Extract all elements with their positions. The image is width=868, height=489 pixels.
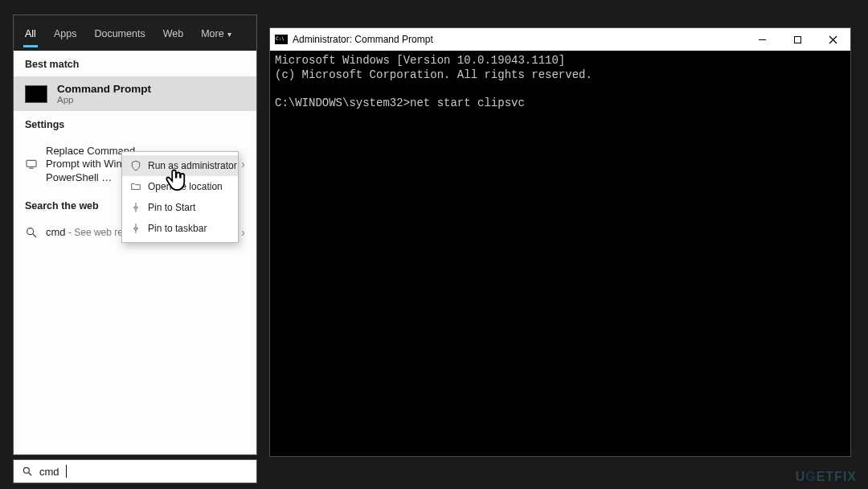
search-tabs: All Apps Documents Web More▾: [14, 15, 256, 51]
ctx-pin-start[interactable]: Pin to Start: [122, 197, 238, 218]
search-icon: [25, 226, 38, 239]
terminal-command: net start clipsvc: [410, 97, 525, 109]
close-button[interactable]: [815, 28, 850, 51]
terminal-line: (c) Microsoft Corporation. All rights re…: [275, 68, 592, 81]
chevron-right-icon: ›: [241, 158, 245, 171]
best-match-subtitle: App: [57, 95, 151, 105]
watermark: UGETFIX: [796, 470, 857, 484]
taskbar-search-box[interactable]: cmd: [13, 459, 257, 483]
folder-icon: [130, 181, 141, 192]
terminal-line: Microsoft Windows [Version 10.0.19043.11…: [275, 54, 565, 67]
best-match-command-prompt[interactable]: Command Prompt App: [14, 76, 256, 111]
text-caret: [66, 465, 67, 478]
terminal-output[interactable]: Microsoft Windows [Version 10.0.19043.11…: [270, 51, 850, 456]
maximize-icon: [793, 35, 802, 44]
ctx-label: Pin to Start: [148, 202, 195, 213]
windows-search-panel: All Apps Documents Web More▾ Best match …: [13, 14, 257, 455]
close-icon: [829, 35, 837, 44]
minimize-icon: [758, 35, 767, 44]
ctx-pin-taskbar[interactable]: Pin to taskbar: [122, 218, 238, 239]
chevron-right-icon: ›: [241, 226, 245, 239]
cmd-window-icon: [275, 35, 288, 44]
maximize-button[interactable]: [780, 28, 815, 51]
settings-icon: [25, 158, 38, 171]
tab-web[interactable]: Web: [155, 18, 191, 47]
svg-line-3: [33, 234, 36, 237]
pin-icon: [130, 223, 141, 234]
shield-icon: [130, 160, 141, 171]
terminal-prompt: C:\WINDOWS\system32>: [275, 97, 410, 109]
svg-point-4: [23, 467, 29, 473]
section-best-match: Best match: [14, 51, 256, 76]
svg-line-5: [29, 473, 32, 476]
section-settings: Settings: [14, 111, 256, 137]
search-results: Best match Command Prompt App Settings R…: [14, 51, 256, 454]
search-query-text: cmd: [39, 466, 59, 478]
svg-point-2: [27, 228, 34, 235]
cursor-pointer-icon: [163, 166, 192, 195]
best-match-title: Command Prompt: [57, 83, 151, 95]
svg-rect-7: [794, 36, 800, 43]
tab-all[interactable]: All: [17, 18, 44, 47]
tab-documents[interactable]: Documents: [86, 18, 153, 47]
chevron-down-icon: ▾: [227, 30, 231, 39]
ctx-label: Run as administrator: [148, 160, 237, 171]
pin-icon: [130, 202, 141, 213]
context-menu: Run as administrator Open file location …: [121, 151, 239, 243]
tab-more[interactable]: More▾: [193, 18, 239, 47]
command-prompt-window: Administrator: Command Prompt Microsoft …: [269, 27, 851, 457]
search-icon: [22, 466, 33, 477]
svg-rect-1: [29, 168, 33, 169]
tab-apps[interactable]: Apps: [46, 18, 85, 47]
minimize-button[interactable]: [744, 28, 780, 51]
window-titlebar[interactable]: Administrator: Command Prompt: [270, 28, 850, 51]
command-prompt-icon: [25, 85, 47, 103]
svg-rect-0: [27, 161, 36, 167]
window-title: Administrator: Command Prompt: [293, 34, 433, 45]
ctx-label: Pin to taskbar: [148, 223, 207, 234]
web-term: cmd: [46, 226, 66, 238]
